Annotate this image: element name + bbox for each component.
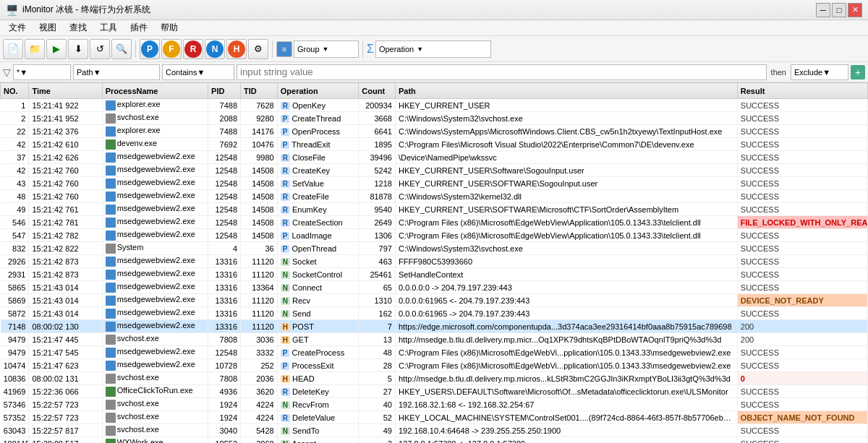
tb-h-button[interactable]: H: [226, 39, 247, 59]
cell-proc: msedgewebview2.exe: [102, 281, 208, 294]
cell-time: 15:21:43 014: [29, 281, 102, 294]
filter-path-dropdown[interactable]: Path ▼: [73, 64, 160, 80]
cell-pid: 13316: [208, 255, 241, 268]
cell-path: http://msedge.b.tlu.dl.delivery.mp.micro…: [395, 372, 737, 385]
table-row[interactable]: 947915:21:47 445svchost.exe78083036H GET…: [1, 333, 868, 346]
minimize-button[interactable]: ─: [816, 3, 830, 17]
table-row[interactable]: 586915:21:43 014msedgewebview2.exe133161…: [1, 294, 868, 307]
table-row[interactable]: 4315:21:42 760msedgewebview2.exe12548145…: [1, 177, 868, 190]
table-row[interactable]: 4196915:22:36 066OfficeClickToRun.exe493…: [1, 385, 868, 398]
tb-f-button[interactable]: F: [161, 39, 182, 59]
cell-count: 7: [359, 320, 396, 333]
cell-no: 22: [1, 125, 29, 138]
table-row[interactable]: 292615:21:42 873msedgewebview2.exe133161…: [1, 255, 868, 268]
table-row[interactable]: 83215:21:42 822System436P OpenThread797C…: [1, 242, 868, 255]
table-row[interactable]: 4215:21:42 610devenv.exe769210476P Threa…: [1, 138, 868, 151]
proc-icon: [106, 126, 116, 137]
tb-operation-dropdown[interactable]: Operation ▼: [375, 40, 491, 58]
proc-icon: [106, 257, 116, 267]
cell-op: P OpenThread: [277, 242, 359, 255]
tb-n-button[interactable]: N: [205, 39, 225, 59]
filter-add-button[interactable]: +: [851, 65, 865, 79]
table-row[interactable]: 2215:21:42 376explorer.exe748814176P Ope…: [1, 125, 868, 138]
filter-exclude-dropdown[interactable]: Exclude ▼: [791, 64, 848, 80]
table-row[interactable]: 115:21:41 922explorer.exe74887628R OpenK…: [1, 99, 868, 112]
table-row[interactable]: 947915:21:47 545msedgewebview2.exe125483…: [1, 346, 868, 359]
tb-new-button[interactable]: 📄: [3, 39, 23, 59]
cell-pid: 13316: [208, 294, 241, 307]
table-row[interactable]: 5734615:22:57 723svchost.exe19244224N Re…: [1, 398, 868, 411]
cell-result: SUCCESS: [737, 346, 867, 359]
table-row[interactable]: 586515:21:43 014msedgewebview2.exe133161…: [1, 281, 868, 294]
table-row[interactable]: 54615:21:42 781msedgewebview2.exe1254814…: [1, 216, 868, 229]
cell-no: 10836: [1, 372, 29, 385]
tb-filter-icon-button[interactable]: ≡: [276, 41, 292, 57]
table-row[interactable]: 587215:21:43 014msedgewebview2.exe133161…: [1, 307, 868, 320]
menu-find[interactable]: 查找: [64, 20, 93, 35]
tb-p-button[interactable]: P: [140, 39, 160, 59]
tb-r-button[interactable]: R: [183, 39, 203, 59]
table-container[interactable]: NO. Time ProcessName PID TID Operation C…: [0, 82, 868, 443]
table-row[interactable]: 6304315:22:57 817svchost.exe30405428N Se…: [1, 424, 868, 437]
tb-download-button[interactable]: ⬇: [68, 39, 88, 59]
op-badge: P: [281, 128, 290, 136]
table-row[interactable]: 4215:21:42 760msedgewebview2.exe12548145…: [1, 164, 868, 177]
cell-no: 9479: [1, 333, 29, 346]
col-header-no[interactable]: NO.: [1, 83, 29, 99]
filter-contains-dropdown[interactable]: Contains ▼: [162, 64, 234, 80]
table-row[interactable]: 293115:21:42 873msedgewebview2.exe133161…: [1, 268, 868, 281]
maximize-button[interactable]: □: [832, 3, 846, 17]
filter-contains-label: Contains: [166, 68, 197, 77]
cell-path: http://msedge.b.tlu.dl.delivery.mp.micr.…: [395, 333, 737, 346]
table-row[interactable]: 714808:00:02 130msedgewebview2.exe133161…: [1, 320, 868, 333]
col-header-time[interactable]: Time: [29, 83, 102, 99]
menu-file[interactable]: 文件: [3, 20, 32, 35]
table-row[interactable]: 1047415:21:47 623msedgewebview2.exe10728…: [1, 359, 868, 372]
tb-open-button[interactable]: 📁: [25, 39, 45, 59]
table-row[interactable]: 1083608:00:02 131svchost.exe78082036H HE…: [1, 372, 868, 385]
cell-no: 546: [1, 216, 29, 229]
cell-result: SUCCESS: [737, 255, 867, 268]
cell-proc: System: [102, 242, 208, 255]
col-header-op[interactable]: Operation: [277, 83, 359, 99]
table-row[interactable]: 3715:21:42 626msedgewebview2.exe12548998…: [1, 151, 868, 164]
table-row[interactable]: 4915:21:42 761msedgewebview2.exe12548145…: [1, 203, 868, 216]
cell-op: R SetValue: [277, 177, 359, 190]
cell-proc: msedgewebview2.exe: [102, 255, 208, 268]
proc-icon: [106, 309, 116, 319]
filter-text-input[interactable]: [237, 64, 767, 80]
cell-count: 48: [359, 346, 396, 359]
tb-settings-button[interactable]: ⚙: [248, 39, 268, 59]
table-row[interactable]: 5735215:22:57 723svchost.exe19244224R De…: [1, 411, 868, 424]
cell-pid: 12548: [208, 203, 241, 216]
cell-tid: 36: [241, 242, 278, 255]
proc-icon: [106, 400, 116, 410]
cell-pid: 3040: [208, 424, 241, 437]
cell-path: C:\Windows\System32\kernel32.dll: [395, 190, 737, 203]
tb-search-button[interactable]: 🔍: [111, 39, 132, 59]
cell-time: 15:21:42 610: [29, 138, 102, 151]
tb-refresh-button[interactable]: ↺: [90, 39, 110, 59]
col-header-pid[interactable]: PID: [208, 83, 241, 99]
menu-help[interactable]: 帮助: [155, 20, 184, 35]
filter-icon[interactable]: ▽: [3, 66, 11, 78]
close-button[interactable]: ✕: [848, 3, 862, 17]
filter-field-dropdown[interactable]: * ▼: [13, 64, 71, 80]
cell-path: https://edge.microsoft.com/componentupda…: [395, 320, 737, 333]
col-header-count[interactable]: Count: [359, 83, 396, 99]
menu-plugins[interactable]: 插件: [124, 20, 153, 35]
menu-view[interactable]: 视图: [33, 20, 62, 35]
tb-run-button[interactable]: ▶: [46, 39, 67, 59]
table-row[interactable]: 215:21:41 952svchost.exe20889280P Create…: [1, 112, 868, 125]
table-row[interactable]: 54715:21:42 782msedgewebview2.exe1254814…: [1, 229, 868, 242]
col-header-proc[interactable]: ProcessName: [102, 83, 208, 99]
cell-no: 57346: [1, 398, 29, 411]
col-header-result[interactable]: Result: [737, 83, 867, 99]
table-row[interactable]: 18011515:38:09 517WXWork.exe105523068N A…: [1, 437, 868, 444]
col-header-tid[interactable]: TID: [241, 83, 278, 99]
tb-group-dropdown[interactable]: Group ▼: [294, 40, 359, 58]
table-row[interactable]: 4815:21:42 760msedgewebview2.exe12548145…: [1, 190, 868, 203]
menu-tools[interactable]: 工具: [94, 20, 123, 35]
col-header-path[interactable]: Path: [395, 83, 737, 99]
cell-result: SUCCESS: [737, 437, 867, 444]
